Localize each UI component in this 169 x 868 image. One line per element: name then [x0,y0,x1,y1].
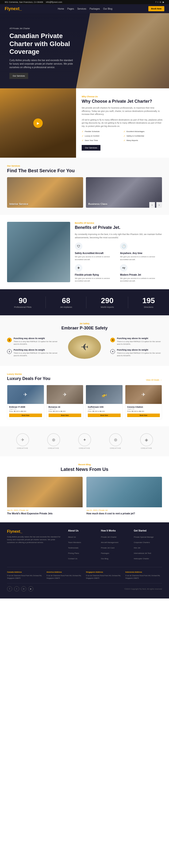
deal-embraer-capacity: Lagos 4/5 [9,408,42,410]
deal-card-gulfstream[interactable]: 🚁 Gulfstream G55 Lagos 4/5 Price: ₦5,000… [86,385,123,419]
jet-safety-title: Embraer P-300E Safety [7,326,162,331]
safety-center: ✈ [62,335,107,359]
nav-blog[interactable]: Our Blog [103,7,112,10]
footer-logo: Flynext_ [7,529,63,534]
safety-points-right: 3 Punching way above its weight There is… [110,337,162,357]
footer-link-international[interactable]: International Jet Test [134,552,151,554]
creative-logo-1: ✈ CREATIVE [16,433,29,449]
footer-link-corporate[interactable]: Corporate Charters [134,541,150,544]
stat-airports-number: 290 [101,296,114,305]
why-desc1: We provide aircraft charters for busines… [82,106,163,116]
nav-services[interactable]: Services [77,7,86,10]
feature-icon-4: ✓ [124,135,125,137]
safety-point-4: 4 Punching way above its weight There is… [110,349,162,357]
benefits-title: Benefits of Private Jet. [75,225,162,230]
footer-link-contact[interactable]: Contact Us [68,558,77,560]
safety-num-1: 1 [7,338,12,342]
blog-card-2-title: How much does it cost to rent a private … [87,512,162,515]
view-all-link[interactable]: View All Deals → [146,379,162,381]
creative-label-1: CREATIVE [17,447,28,449]
nav-pages[interactable]: Pages [67,7,74,10]
blog-card-2[interactable]: Jan 21, 2023 | Private Jet How much does… [87,477,162,515]
deal-gulfstream-book-button[interactable]: Book Now [88,413,121,417]
benefits-grid: 🛡 Safety Accredited Aircraft We give you… [75,243,162,282]
safety-point-1-desc: There is a very fast RAFALE C3 option fo… [13,340,59,345]
stat-pilots-number: 90 [14,296,31,305]
footer-link-helicopter[interactable]: Helicopter Charter [134,558,149,560]
benefits-section: Benefits Of Service Benefits of Private … [0,215,169,289]
deal-card-cessna[interactable]: ✈ Cessna Citation Lagos 4/5 Price: ₦5,00… [125,385,162,419]
breadcrumb: All Private Jet Charter [9,27,30,30]
service-next-button[interactable]: › [156,202,162,208]
footer-link-jet-card[interactable]: Private Jet Card [101,547,114,549]
feature-time: ✓ Save Your Time [82,139,122,142]
benefit-flexible-desc: We give you access to a vehicle is servi… [75,277,117,282]
social-icon-in: in [160,1,161,3]
feature-label-4: Safety & Confidential [127,135,144,137]
why-cta-button[interactable]: Our Services [82,145,100,151]
deal-cessna-price: Price: ₦5,000 to ₦8,000 [127,410,160,412]
deal-card-embraer[interactable]: ✈ Embraer P-300E Lagos 4/5 Price: ₦5,000… [7,385,44,419]
safety-point-1-content: Punching way above its weight There is a… [13,337,59,345]
benefit-modern-desc: We give you access to a vehicle is servi… [120,277,162,282]
deal-bonanza-capacity: Lagos 4/5 [48,408,81,410]
blog-card-1-image [7,477,82,507]
stat-divider-2 [86,297,87,308]
benefits-content: Benefits Of Service Benefits of Private … [75,222,162,282]
service-card-interior[interactable]: Interior Service [7,177,83,208]
service-prev-button[interactable]: ‹ [149,202,155,208]
deal-gulfstream-name: Gulfstream G55 [88,406,121,408]
footer-social-tw[interactable]: t [14,586,19,591]
footer-link-our-blog[interactable]: Our Blog [101,558,108,560]
benefit-flexible-icon: ✈ [75,264,82,272]
deal-bonanza-book-button[interactable]: Book Now [48,413,81,417]
footer-social-in[interactable]: in [21,586,26,591]
creative-logo-4: ⊛ CREATIVE [109,433,122,449]
creative-icon-4: ⊛ [109,433,122,446]
service-nav-arrows[interactable]: ‹ › [149,202,162,208]
deal-card-bonanza[interactable]: ✈ Bonanza 16 Lagos 4/5 Price: ₦5,000 to … [46,385,83,419]
hero-description: Curly Airline proudly raises the bar and… [9,59,75,69]
creative-logo-5: ◈ CREATIVE [140,433,153,449]
hero-bg-image [76,13,169,88]
footer-link-private-charter[interactable]: Private Jet Charter [101,536,117,538]
blog-title: Latest News From Us [7,467,162,472]
footer-social-fb[interactable]: f [7,586,12,591]
nav-home[interactable]: Home [58,7,64,10]
footer-link-hire[interactable]: Hire Jet [134,547,140,549]
services-grid: Interior Service Business Class ‹ › [7,177,162,208]
footer-link-packages[interactable]: Packages [101,552,109,554]
deal-cessna-book-button[interactable]: Book Now [127,413,160,417]
luxury-title-group: Luxury Stories Luxury Deals For You [7,373,50,381]
deal-embraer-price: Price: ₦5,000 to ₦8,000 [9,410,42,412]
feature-icon-6: ✓ [124,139,125,142]
creative-icon-3: ✦ [78,433,91,446]
benefit-anytime-desc: We give you access to a vehicle is servi… [120,255,162,260]
hero-cta-button[interactable]: Our Services [9,73,28,79]
deal-embraer-book-button[interactable]: Book Now [9,413,42,417]
deal-bonanza-info: Bonanza 16 Lagos 4/5 Price: ₦5,000 to ₦8… [47,404,83,419]
footer-link-testimonials[interactable]: Testimonials [68,547,78,549]
creative-logo-3: ✦ CREATIVE [78,433,91,449]
email-text: info@flynext.com [46,1,62,3]
footer-social-yt[interactable]: ▶ [28,586,33,591]
book-now-button[interactable]: Book Now [148,6,164,11]
play-button[interactable]: ▶ [33,118,43,128]
footer-link-pricing[interactable]: Pricing Plans [68,552,79,554]
footer-link-management[interactable]: Aircraft Management [101,541,118,544]
footer-link-special[interactable]: Private Special Manage [134,536,154,538]
jet-safety-section: Jet Safety Embraer P-300E Safety 1 Punch… [0,315,169,366]
footer-link-about-us[interactable]: About Us [68,536,76,538]
blog-card-1[interactable]: Jan 21, 2023 | Private Jet The World's M… [7,477,82,515]
safety-point-2-content: Punching way above its weight There is a… [13,349,59,357]
main-nav[interactable]: Home Pages Services Packages Our Blog [58,7,112,10]
footer-link-team[interactable]: Team Members [68,541,81,544]
footer: Flynext_ Curly Airline proudly raises th… [0,522,169,598]
footer-social-icons[interactable]: f t in ▶ [7,586,33,591]
service-card-interior-label: Interior Service [9,203,28,205]
deal-embraer-info: Embraer P-300E Lagos 4/5 Price: ₦5,000 t… [7,404,44,419]
nav-packages[interactable]: Packages [90,7,100,10]
blog-section: Recent Blog Latest News From Us Jan 21, … [0,456,169,522]
stat-airplanes-number: 68 [60,296,72,305]
safety-points-left: 1 Punching way above its weight There is… [7,337,59,357]
